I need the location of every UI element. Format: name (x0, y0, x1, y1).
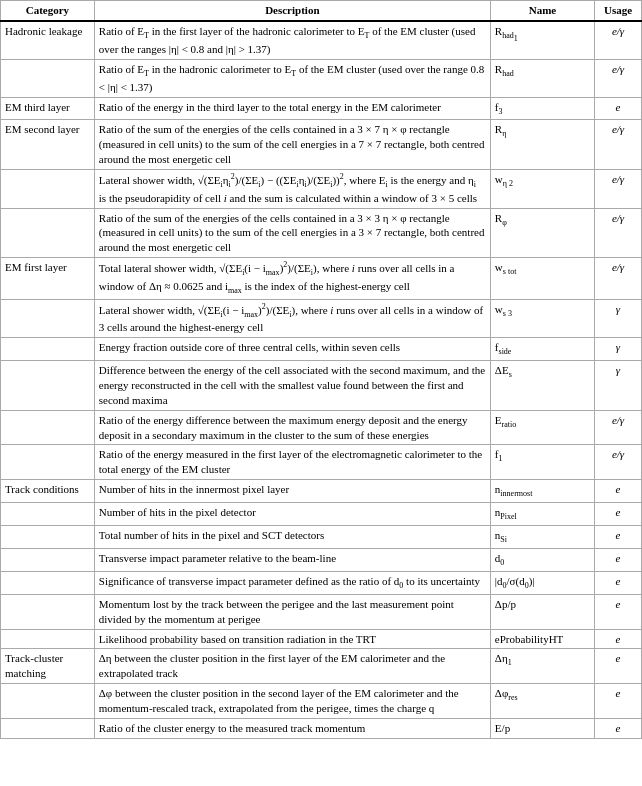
cell-usage: e (595, 97, 642, 120)
header-name: Name (490, 1, 594, 21)
cell-usage: e (595, 629, 642, 649)
cell-description: Ratio of the energy in the third layer t… (94, 97, 490, 120)
cell-description: Lateral shower width, √(ΣEiηi2)/(ΣEi) − … (94, 170, 490, 208)
cell-category (1, 629, 95, 649)
cell-name: ws 3 (490, 299, 594, 337)
table-row: Momentum lost by the track between the p… (1, 594, 642, 629)
table-row: Energy fraction outside core of three ce… (1, 338, 642, 361)
cell-usage: e (595, 503, 642, 526)
cell-name: ws tot (490, 258, 594, 300)
cell-description: Ratio of the cluster energy to the measu… (94, 718, 490, 738)
cell-category: EM third layer (1, 97, 95, 120)
cell-name: wη 2 (490, 170, 594, 208)
cell-category: Track conditions (1, 480, 95, 503)
cell-description: Ratio of the energy measured in the firs… (94, 445, 490, 480)
cell-name: fside (490, 338, 594, 361)
cell-usage: e/γ (595, 208, 642, 258)
table-row: Δφ between the cluster position in the s… (1, 684, 642, 719)
cell-category (1, 59, 95, 97)
cell-usage: γ (595, 361, 642, 411)
cell-name: ninnermost (490, 480, 594, 503)
cell-description: Momentum lost by the track between the p… (94, 594, 490, 629)
cell-name: Rhad1 (490, 21, 594, 59)
cell-description: Lateral shower width, √(ΣEi(i − imax)2)/… (94, 299, 490, 337)
cell-description: Total number of hits in the pixel and SC… (94, 526, 490, 549)
cell-description: Total lateral shower width, √(ΣEi(i − im… (94, 258, 490, 300)
cell-category: Track-cluster matching (1, 649, 95, 684)
table-row: Ratio of the energy measured in the firs… (1, 445, 642, 480)
cell-name: Rη (490, 120, 594, 170)
cell-name: Rhad (490, 59, 594, 97)
table-row: Total number of hits in the pixel and SC… (1, 526, 642, 549)
table-row: EM first layerTotal lateral shower width… (1, 258, 642, 300)
cell-name: d0 (490, 548, 594, 571)
cell-usage: e (595, 548, 642, 571)
cell-name: E/p (490, 718, 594, 738)
main-table: Category Description Name Usage Hadronic… (0, 0, 642, 739)
cell-description: Significance of transverse impact parame… (94, 571, 490, 594)
cell-category (1, 718, 95, 738)
cell-usage: e/γ (595, 170, 642, 208)
cell-category (1, 208, 95, 258)
cell-description: Δφ between the cluster position in the s… (94, 684, 490, 719)
cell-description: Transverse impact parameter relative to … (94, 548, 490, 571)
header-category: Category (1, 1, 95, 21)
cell-name: nSi (490, 526, 594, 549)
cell-category (1, 445, 95, 480)
cell-category (1, 410, 95, 445)
cell-name: Rφ (490, 208, 594, 258)
cell-usage: e (595, 526, 642, 549)
cell-category: EM second layer (1, 120, 95, 170)
header-usage: Usage (595, 1, 642, 21)
cell-category (1, 571, 95, 594)
table-row: Likelihood probability based on transiti… (1, 629, 642, 649)
cell-category (1, 503, 95, 526)
cell-category: EM first layer (1, 258, 95, 300)
cell-usage: e/γ (595, 410, 642, 445)
table-row: Number of hits in the pixel detectornPix… (1, 503, 642, 526)
table-row: EM second layerRatio of the sum of the e… (1, 120, 642, 170)
cell-description: Ratio of the sum of the energies of the … (94, 120, 490, 170)
header-description: Description (94, 1, 490, 21)
cell-name: Δη1 (490, 649, 594, 684)
cell-usage: e (595, 649, 642, 684)
table-row: EM third layerRatio of the energy in the… (1, 97, 642, 120)
cell-description: Likelihood probability based on transiti… (94, 629, 490, 649)
cell-usage: e/γ (595, 120, 642, 170)
cell-description: Ratio of the energy difference between t… (94, 410, 490, 445)
cell-name: nPixel (490, 503, 594, 526)
cell-description: Ratio of ET in the hadronic calorimeter … (94, 59, 490, 97)
table-row: Lateral shower width, √(ΣEi(i − imax)2)/… (1, 299, 642, 337)
table-row: Ratio of the cluster energy to the measu… (1, 718, 642, 738)
table-row: Lateral shower width, √(ΣEiηi2)/(ΣEi) − … (1, 170, 642, 208)
table-row: Difference between the energy of the cel… (1, 361, 642, 411)
cell-usage: γ (595, 338, 642, 361)
cell-usage: e/γ (595, 445, 642, 480)
cell-name: f1 (490, 445, 594, 480)
cell-category (1, 170, 95, 208)
table-row: Track conditionsNumber of hits in the in… (1, 480, 642, 503)
cell-usage: γ (595, 299, 642, 337)
table-row: Transverse impact parameter relative to … (1, 548, 642, 571)
cell-description: Ratio of ET in the first layer of the ha… (94, 21, 490, 59)
cell-usage: e (595, 571, 642, 594)
cell-usage: e (595, 684, 642, 719)
table-row: Significance of transverse impact parame… (1, 571, 642, 594)
cell-category (1, 338, 95, 361)
cell-category (1, 526, 95, 549)
cell-name: eProbabilityHT (490, 629, 594, 649)
table-row: Hadronic leakageRatio of ET in the first… (1, 21, 642, 59)
cell-usage: e/γ (595, 21, 642, 59)
table-row: Ratio of the energy difference between t… (1, 410, 642, 445)
cell-description: Δη between the cluster position in the f… (94, 649, 490, 684)
cell-usage: e (595, 718, 642, 738)
cell-name: |d0/σ(d0)| (490, 571, 594, 594)
cell-category (1, 548, 95, 571)
cell-category (1, 299, 95, 337)
cell-description: Difference between the energy of the cel… (94, 361, 490, 411)
cell-name: ΔEs (490, 361, 594, 411)
cell-description: Energy fraction outside core of three ce… (94, 338, 490, 361)
cell-name: Δφres (490, 684, 594, 719)
cell-description: Number of hits in the innermost pixel la… (94, 480, 490, 503)
table-row: Ratio of ET in the hadronic calorimeter … (1, 59, 642, 97)
